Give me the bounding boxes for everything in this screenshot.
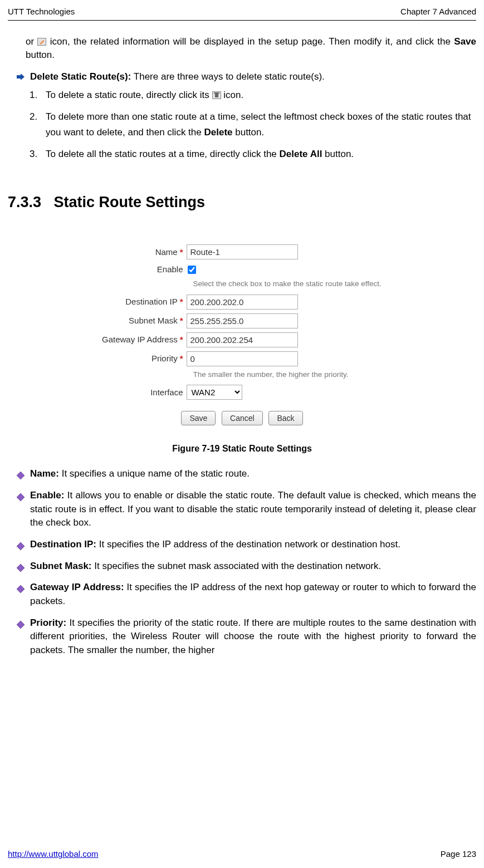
arrow-bullet-icon bbox=[17, 73, 25, 80]
page-footer: http://www.uttglobal.com Page 123 bbox=[8, 848, 476, 860]
diamond-bullet-icon bbox=[17, 470, 25, 478]
diamond-bullet-icon bbox=[17, 541, 25, 548]
step3-text-b: button. bbox=[322, 149, 354, 159]
definition-text: Enable: It allows you to enable or disab… bbox=[30, 489, 476, 530]
delete-title-bold: Delete Static Route(s): bbox=[30, 71, 131, 82]
definition-text: Subnet Mask: It specifies the subnet mas… bbox=[30, 560, 476, 573]
step3-text-a: To delete all the static routes at a tim… bbox=[46, 149, 280, 159]
page-number: Page 123 bbox=[441, 848, 476, 860]
definition-item: Priority: It specifies the priority of t… bbox=[17, 616, 476, 658]
definition-item: Destination IP: It specifies the IP addr… bbox=[17, 538, 476, 552]
definition-item: Name: It specifies a unique name of the … bbox=[17, 467, 476, 481]
svg-marker-5 bbox=[17, 585, 25, 593]
destination-ip-field[interactable] bbox=[187, 295, 298, 310]
step1-text-a: To delete a static route, directly click… bbox=[46, 90, 212, 100]
svg-marker-0 bbox=[17, 73, 25, 80]
label-gateway: Gateway IP Address* bbox=[75, 334, 187, 346]
label-mask: Subnet Mask* bbox=[75, 315, 187, 327]
svg-marker-1 bbox=[17, 472, 25, 479]
delete-heading: Delete Static Route(s): There are three … bbox=[30, 70, 476, 84]
section-heading: 7.3.3 Static Route Settings bbox=[8, 192, 476, 213]
intro-save-bold: Save bbox=[454, 36, 476, 47]
header-left: UTT Technologies bbox=[8, 6, 75, 18]
definition-item: Gateway IP Address: It specifies the IP … bbox=[17, 581, 476, 608]
step2-text-b: button. bbox=[233, 127, 265, 138]
step2-bold: Delete bbox=[204, 127, 232, 138]
name-field[interactable] bbox=[187, 244, 298, 259]
definition-text: Name: It specifies a unique name of the … bbox=[30, 467, 476, 481]
diamond-bullet-icon bbox=[17, 619, 25, 627]
priority-hint: The smaller the number, the higher the p… bbox=[193, 369, 409, 380]
definition-text: Gateway IP Address: It specifies the IP … bbox=[30, 581, 476, 608]
definition-text: Destination IP: It specifies the IP addr… bbox=[30, 538, 476, 552]
delete-steps-list: To delete a static route, directly click… bbox=[40, 87, 476, 163]
list-item: To delete all the static routes at a tim… bbox=[40, 146, 476, 163]
label-destip: Destination IP* bbox=[75, 296, 187, 308]
diamond-bullet-icon bbox=[17, 583, 25, 591]
trash-icon bbox=[212, 91, 221, 99]
footer-url-link[interactable]: http://www.uttglobal.com bbox=[8, 848, 99, 860]
cancel-button[interactable]: Cancel bbox=[222, 411, 263, 425]
header-right: Chapter 7 Advanced bbox=[400, 6, 476, 18]
enable-hint: Select the check box to make the static … bbox=[193, 278, 409, 290]
label-name: Name* bbox=[75, 246, 187, 258]
step1-text-b: icon. bbox=[223, 90, 243, 100]
section-number: 7.3.3 bbox=[8, 194, 41, 210]
static-route-form: Name* Enable Select the check box to mak… bbox=[70, 234, 415, 429]
intro-text: or bbox=[26, 36, 37, 47]
list-item: To delete a static route, directly click… bbox=[40, 87, 476, 104]
interface-select[interactable]: WAN2 bbox=[187, 385, 242, 400]
step3-bold: Delete All bbox=[280, 149, 322, 159]
list-item: To delete more than one static route at … bbox=[40, 109, 476, 141]
definition-item: Subnet Mask: It specifies the subnet mas… bbox=[17, 560, 476, 573]
diamond-bullet-icon bbox=[17, 562, 25, 570]
intro-text-3: button. bbox=[26, 50, 55, 60]
section-title: Static Route Settings bbox=[54, 194, 206, 210]
diamond-bullet-icon bbox=[17, 492, 25, 499]
svg-marker-2 bbox=[17, 493, 25, 501]
svg-marker-3 bbox=[17, 542, 25, 550]
label-enable: Enable bbox=[75, 263, 187, 276]
label-priority: Priority* bbox=[75, 352, 187, 365]
svg-marker-6 bbox=[17, 621, 25, 629]
priority-field[interactable] bbox=[187, 351, 298, 366]
delete-title-text: There are three ways to delete static ro… bbox=[131, 71, 324, 82]
enable-checkbox[interactable] bbox=[188, 266, 196, 274]
back-button[interactable]: Back bbox=[268, 411, 302, 425]
page-header: UTT Technologies Chapter 7 Advanced bbox=[8, 6, 476, 21]
label-interface: Interface bbox=[75, 386, 187, 399]
svg-marker-4 bbox=[17, 564, 25, 572]
gateway-ip-field[interactable] bbox=[187, 332, 298, 347]
subnet-mask-field[interactable] bbox=[187, 313, 298, 328]
figure-caption: Figure 7-19 Static Route Settings bbox=[8, 442, 476, 455]
edit-icon bbox=[37, 38, 46, 46]
definition-item: Enable: It allows you to enable or disab… bbox=[17, 489, 476, 530]
intro-text-2: icon, the related information will be di… bbox=[50, 36, 454, 47]
intro-paragraph: or icon, the related information will be… bbox=[26, 35, 476, 62]
definition-text: Priority: It specifies the priority of t… bbox=[30, 616, 476, 658]
save-button[interactable]: Save bbox=[181, 411, 216, 425]
